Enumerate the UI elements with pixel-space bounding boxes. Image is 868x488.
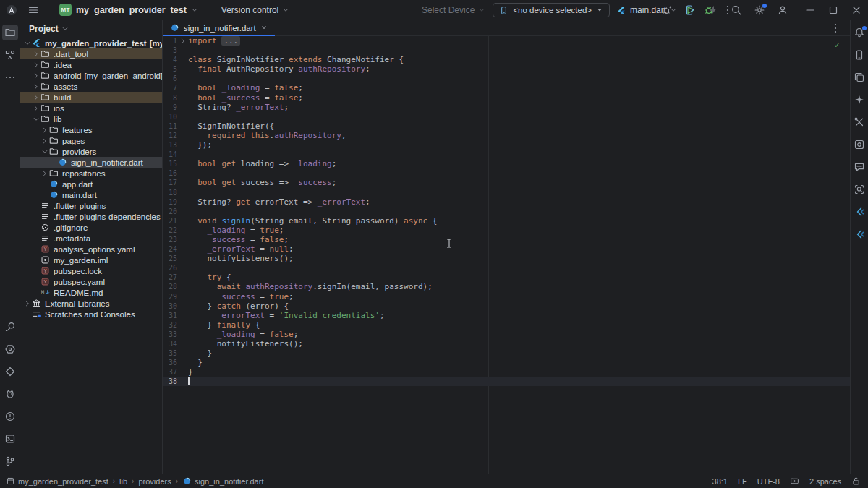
status-readonly-toggle[interactable] [851, 476, 861, 486]
editor-tab-sign-in-notifier[interactable]: sign_in_notifier.dart [163, 20, 275, 36]
tool-stripe-comments[interactable] [851, 159, 867, 175]
code-line[interactable]: 12 required this.authRepository, [163, 131, 850, 140]
vcs-widget[interactable]: Version control [221, 5, 289, 15]
line-number[interactable]: 22 [163, 226, 177, 235]
tree-arrow-icon[interactable] [32, 116, 40, 123]
line-number[interactable]: 38 [163, 377, 177, 386]
tool-stripe-notifications[interactable] [851, 25, 867, 40]
settings-icon[interactable] [754, 4, 765, 16]
tree-arrow-icon[interactable] [32, 83, 40, 90]
code-area[interactable]: ✓ 1import ...34class SignInNotifier exte… [163, 36, 850, 474]
code-line[interactable]: 18 [163, 188, 850, 197]
line-number[interactable]: 11 [163, 121, 177, 131]
code-line[interactable]: 7 bool _loading = false; [163, 83, 850, 93]
power-save-icon[interactable] [707, 4, 719, 16]
line-number[interactable]: 20 [163, 207, 177, 216]
line-number[interactable]: 30 [163, 301, 177, 311]
code-line[interactable]: 24 _errorText = null; [163, 244, 850, 254]
tool-stripe-problems[interactable] [2, 408, 18, 424]
breadcrumb-my-garden-provider-test[interactable]: my_garden_provider_test [6, 476, 109, 486]
editor-options-icon[interactable] [830, 22, 841, 34]
tree-item-providers[interactable]: providers [20, 146, 162, 157]
tree-item-gitignore[interactable]: .gitignore [20, 222, 162, 233]
line-number[interactable]: 16 [163, 168, 177, 178]
line-number[interactable]: 26 [163, 263, 177, 273]
code-line[interactable]: 27 try { [163, 273, 850, 282]
code-line[interactable]: 20 [163, 207, 850, 216]
fold-indicator[interactable] [177, 36, 188, 46]
tree-item-metadata[interactable]: .metadata [20, 233, 162, 244]
code-line[interactable]: 17 bool get success => _success; [163, 178, 850, 187]
line-number[interactable]: 8 [163, 93, 177, 103]
tree-item-pubspec-lock[interactable]: Ypubspec.lock [20, 265, 162, 276]
tool-stripe-terminal[interactable] [2, 431, 18, 447]
tree-arrow-icon[interactable] [41, 170, 48, 177]
project-widget[interactable]: MT my_garden_provider_test [59, 4, 198, 16]
select-device-dropdown[interactable]: Select Device [422, 5, 485, 15]
project-panel-header[interactable]: Project [20, 20, 162, 38]
code-line[interactable]: 4class SignInNotifier extends ChangeNoti… [163, 55, 850, 64]
line-number[interactable]: 19 [163, 197, 177, 207]
tree-item-sign-in-notifier-dart[interactable]: sign_in_notifier.dart [20, 157, 162, 168]
tree-arrow-icon[interactable] [32, 72, 40, 80]
tree-arrow-icon[interactable] [32, 94, 40, 101]
tree-item-analysis-options-yaml[interactable]: Yanalysis_options.yaml [20, 244, 162, 254]
tree-item-external-libraries[interactable]: External Libraries [20, 298, 162, 309]
tree-item-idea[interactable]: .idea [20, 59, 162, 70]
breadcrumb-providers[interactable]: providers [138, 477, 171, 486]
code-line[interactable]: 6 [163, 74, 850, 83]
code-line[interactable]: 5 final AuthRepository authRepository; [163, 64, 850, 74]
tree-item-repositories[interactable]: repositories [20, 168, 162, 179]
tree-item-assets[interactable]: assets [20, 81, 162, 92]
line-number[interactable]: 4 [163, 55, 177, 64]
code-line[interactable]: 33 _loading = false; [163, 330, 850, 339]
tree-item-lib[interactable]: lib [20, 114, 162, 124]
tree-arrow-icon[interactable] [41, 137, 48, 145]
status-line-separator[interactable]: LF [738, 477, 747, 486]
line-number[interactable]: 17 [163, 178, 177, 187]
code-line[interactable]: 19 String? get errorText => _errorText; [163, 197, 850, 207]
line-number[interactable]: 3 [163, 46, 177, 55]
line-number[interactable]: 14 [163, 150, 177, 159]
code-line[interactable]: 8 bool _success = false; [163, 93, 850, 103]
line-number[interactable]: 29 [163, 292, 177, 301]
search-icon[interactable] [731, 4, 742, 16]
tree-item-pages[interactable]: pages [20, 135, 162, 146]
line-number[interactable]: 24 [163, 244, 177, 254]
line-number[interactable]: 5 [163, 64, 177, 74]
line-number[interactable]: 15 [163, 159, 177, 168]
status-indent-size[interactable]: 2 spaces [809, 477, 841, 486]
code-line[interactable]: 31 _errorText = 'Invalid credentials'; [163, 311, 850, 320]
main-menu-icon[interactable] [27, 4, 39, 16]
tool-stripe-app-quality-insights[interactable] [851, 137, 867, 153]
tree-item-my-garden-iml[interactable]: my_garden.iml [20, 254, 162, 265]
code-line[interactable]: 36 } [163, 358, 850, 367]
tree-item-scratches-and-consoles[interactable]: Scratches and Consoles [20, 309, 162, 320]
tree-arrow-icon[interactable] [32, 61, 40, 69]
code-line[interactable]: 13 }); [163, 140, 850, 150]
line-number[interactable]: 9 [163, 103, 177, 112]
device-manager-icon[interactable] [684, 4, 696, 16]
tree-item-features[interactable]: features [20, 124, 162, 135]
code-line[interactable]: 32 } finally { [163, 320, 850, 330]
line-number[interactable]: 21 [163, 216, 177, 226]
tool-stripe-dart-analysis[interactable] [2, 319, 18, 335]
tool-stripe-layout-inspector[interactable] [851, 181, 867, 197]
tool-stripe-flutter-performance[interactable] [851, 226, 867, 242]
profiler-icon[interactable] [661, 4, 673, 16]
code-line[interactable]: 38 [163, 377, 850, 386]
maximize-button[interactable] [827, 4, 839, 16]
code-line[interactable]: 10 [163, 112, 850, 121]
tree-item-flutter-plugins-dependencies[interactable]: .flutter-plugins-dependencies [20, 211, 162, 222]
code-line[interactable]: 35 } [163, 348, 850, 358]
tree-item-android[interactable]: android [my_garden_android] [20, 70, 162, 81]
tree-arrow-icon[interactable] [32, 51, 40, 58]
tool-stripe-build[interactable] [2, 341, 18, 357]
code-line[interactable]: 1import ... [163, 36, 850, 46]
tool-stripe-gemini[interactable] [851, 92, 867, 108]
line-number[interactable]: 1 [163, 36, 177, 46]
line-number[interactable]: 18 [163, 188, 177, 197]
tree-arrow-icon[interactable] [23, 300, 31, 307]
device-selector[interactable]: <no device selected> [493, 3, 610, 17]
tool-stripe-flutter-inspector[interactable] [2, 364, 18, 380]
